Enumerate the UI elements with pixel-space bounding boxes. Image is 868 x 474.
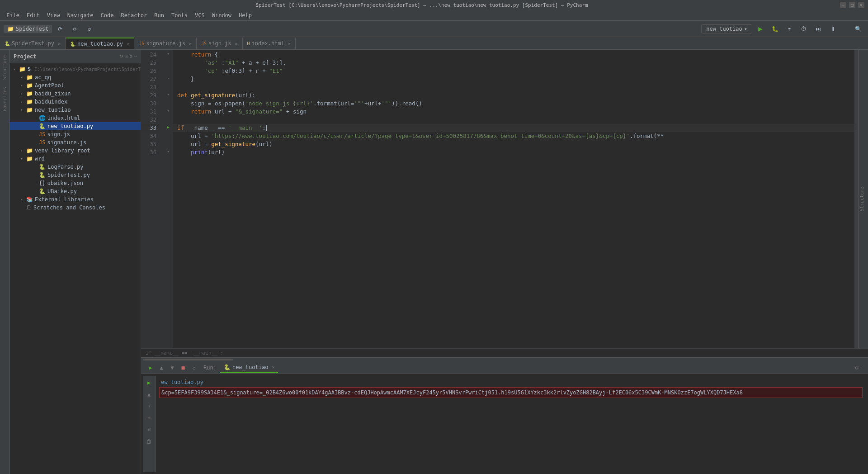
minimize-button[interactable]: – (840, 2, 846, 8)
run-wrap-btn[interactable]: ⏎ (144, 425, 154, 435)
run-stop-btn[interactable]: ▲ (144, 389, 154, 399)
menu-run[interactable]: Run (151, 11, 168, 19)
tree-item-baidu-zixun[interactable]: ▸ 📁 baidu_zixun (10, 90, 141, 98)
gutter-fold-27[interactable]: ▾ (164, 74, 173, 82)
run-filter-btn[interactable]: ≡ (144, 413, 154, 423)
tree-item-sign-js[interactable]: JS sign.js (10, 130, 141, 138)
debug-button[interactable]: 🐛 (769, 23, 781, 35)
horizontal-scrollbar[interactable] (141, 357, 868, 361)
tab-close-sign[interactable]: ✕ (235, 41, 238, 46)
menu-window[interactable]: Window (208, 11, 235, 19)
coverage-button[interactable]: ☂ (783, 23, 796, 35)
tab-sign-js[interactable]: JS sign.js ✕ (197, 38, 243, 49)
tree-label-ac-qq: ac_qq (35, 74, 51, 81)
menu-edit[interactable]: Edit (23, 11, 43, 19)
code-line-27: } (173, 75, 854, 83)
run-panel-header: ▶ ▲ ▼ ■ ↺ Run: 🐍 new_tuotiao ✕ ⚙ — (141, 361, 868, 374)
tree-arrow-agentpool: ▸ (19, 83, 24, 88)
tree-item-signature-js[interactable]: JS signature.js (10, 138, 141, 147)
gutter-fold-29[interactable]: ▾ (164, 90, 173, 99)
sidebar-settings-btn[interactable]: ⚙ (130, 54, 132, 59)
run-config-selector[interactable]: new_tuotiao ▾ (701, 24, 752, 33)
tab-spidertest[interactable]: 🐍 SpiderTest.py ✕ (0, 38, 66, 49)
tree-item-agentpool[interactable]: ▸ 📁 AgentPool (10, 81, 141, 90)
tab-index-html[interactable]: H index.html ✕ (243, 38, 296, 49)
project-selector[interactable]: 📁 SpiderTest (4, 25, 52, 33)
tree-icon-agentpool: 📁 (26, 82, 33, 89)
run-panel-down-btn[interactable]: ▼ (167, 363, 177, 373)
tab-new-tuotiao[interactable]: 🐍 new_tuotiao.py ✕ (66, 38, 134, 49)
gutter-fold-31[interactable]: ▾ (164, 107, 173, 115)
menu-view[interactable]: View (43, 11, 64, 19)
tab-close-spidertest[interactable]: ✕ (58, 41, 61, 46)
title-text: SpiderTest [C:\Users\lenovo\PycharmProje… (4, 2, 840, 8)
tab-close-signature[interactable]: ✕ (189, 41, 192, 46)
tree-item-wrd[interactable]: ▾ 📁 wrd (10, 155, 141, 163)
toolbar: 📁 SpiderTest ⟳ ⚙ ↺ new_tuotiao ▾ ▶ 🐛 ☂ ⏱… (0, 21, 868, 37)
menu-help[interactable]: Help (235, 11, 255, 19)
tree-icon-spidertest: 📁 (19, 66, 26, 72)
gutter-fold-36[interactable]: ▾ (164, 147, 173, 156)
run-panel-collapse-btn[interactable]: — (861, 365, 864, 371)
window-controls: – □ ✕ (840, 2, 864, 8)
tab-close-new-tuotiao[interactable]: ✕ (127, 42, 129, 47)
run-panel-rerun-btn[interactable]: ↺ (189, 363, 199, 373)
code-content[interactable]: return { 'as' :"A1" + a + e[-3:], 'cp' :… (173, 50, 854, 348)
tree-item-ext-libs[interactable]: ▸ 📚 External Libraries (10, 195, 141, 204)
tree-item-ac-qq[interactable]: ▸ 📁 ac_qq (10, 73, 141, 81)
tree-item-index-html[interactable]: 🌐 index.html (10, 114, 141, 122)
sidebar-filter-btn[interactable]: ≡ (125, 54, 128, 59)
run-panel-run-btn[interactable]: ▶ (146, 363, 156, 373)
menu-navigate[interactable]: Navigate (64, 11, 97, 19)
run-rerun-btn[interactable]: ▶ (144, 378, 154, 388)
gutter-run-33[interactable]: ▶ (164, 123, 173, 131)
run-tab-icon: 🐍 (224, 364, 231, 370)
tab-signature-js[interactable]: JS signature.js ✕ (134, 38, 197, 49)
sidebar-collapse-btn[interactable]: — (134, 54, 137, 59)
tree-item-new-tuotiao-py[interactable]: 🐍 new_tuotiao.py (10, 122, 141, 130)
gutter-fold-24[interactable]: ▾ (164, 50, 173, 58)
pause-button[interactable]: ⏸ (826, 23, 839, 35)
run-button[interactable]: ▶ (754, 23, 767, 35)
menu-tools[interactable]: Tools (168, 11, 191, 19)
favorites-tab[interactable]: Favorites (1, 85, 8, 113)
search-button[interactable]: 🔍 (852, 23, 864, 35)
run-panel-tab-new-tuotiao[interactable]: 🐍 new_tuotiao ✕ (220, 362, 278, 373)
sidebar-sync-btn[interactable]: ⟳ (120, 54, 123, 59)
menu-file[interactable]: File (3, 11, 23, 19)
menu-vcs[interactable]: VCS (191, 11, 208, 19)
structure-tab[interactable]: Structure (1, 53, 8, 81)
tab-label-sign: sign.js (208, 40, 231, 47)
run-panel-stop-btn[interactable]: ■ (178, 363, 188, 373)
tab-close-index[interactable]: ✕ (288, 41, 291, 46)
run-panel-up-btn[interactable]: ▲ (156, 363, 166, 373)
run-trash-btn[interactable]: 🗑 (144, 436, 154, 446)
run-panel: ▶ ▲ ▼ ■ ↺ Run: 🐍 new_tuotiao ✕ ⚙ — (141, 361, 868, 474)
sync-button[interactable]: ⟳ (54, 23, 66, 35)
tree-item-new-tuotiao[interactable]: ▾ 📁 new_tuotiao (10, 106, 141, 114)
refresh-button[interactable]: ↺ (83, 23, 95, 35)
tree-item-spidertest[interactable]: ▾ 📁 SpiderTest C:\Users\lenovo\PycharmPr… (10, 65, 141, 73)
tree-item-ubaike-py[interactable]: 🐍 UBaike.py (10, 187, 141, 195)
run-tab-close[interactable]: ✕ (272, 365, 274, 370)
tree-item-venv[interactable]: ▸ 📁 venv library root (10, 147, 141, 155)
tree-item-baiduindex[interactable]: ▸ 📁 baiduindex (10, 98, 141, 106)
profile-button[interactable]: ⏱ (797, 23, 810, 35)
tree-item-logparse[interactable]: 🐍 LogParse.py (10, 163, 141, 171)
menu-refactor[interactable]: Refactor (117, 11, 151, 19)
code-line-31: return url + "&_signature=" + sign (173, 108, 854, 116)
concurrency-button[interactable]: ⏭ (812, 23, 825, 35)
run-panel-settings-btn[interactable]: ⚙ (855, 365, 859, 371)
code-line-24: return { (173, 51, 854, 59)
tree-item-scratches[interactable]: 🗒 Scratches and Consoles (10, 204, 141, 212)
tree-item-spidertest-py[interactable]: 🐍 SpiderTest.py (10, 171, 141, 179)
sidebar-header: Project ⟳ ≡ ⚙ — (10, 50, 141, 63)
right-tab-structure[interactable]: Structure (859, 187, 864, 211)
run-scroll-btn[interactable]: ⬇ (144, 401, 154, 411)
settings-icon[interactable]: ⚙ (68, 23, 81, 35)
menu-code[interactable]: Code (97, 11, 118, 19)
run-file-line[interactable]: ew_tuotiao.py (159, 378, 863, 387)
maximize-button[interactable]: □ (849, 2, 855, 8)
close-button[interactable]: ✕ (858, 2, 864, 8)
tree-item-ubaike-json[interactable]: {} ubaike.json (10, 179, 141, 187)
